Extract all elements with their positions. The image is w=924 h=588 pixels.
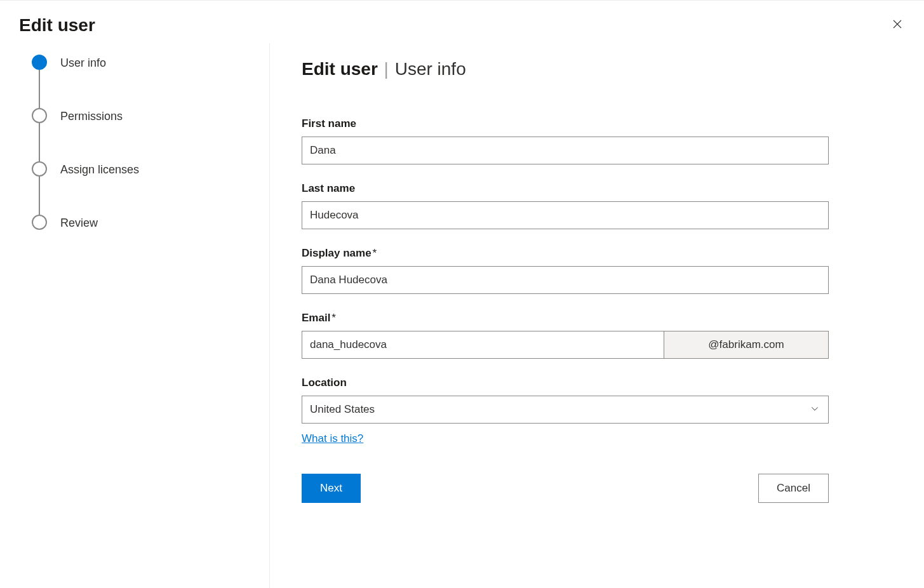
close-button[interactable] [887,13,908,37]
step-label: User info [60,57,106,69]
heading-strong: Edit user [302,59,378,79]
location-select[interactable]: United States [302,396,829,424]
display-name-group: Display name* [302,247,829,294]
main-content: Edit user | User info First name Last na… [270,43,924,588]
wizard-stepper: User infoPermissionsAssign licensesRevie… [0,43,270,588]
step-user-info[interactable]: User info [32,56,269,109]
location-select-wrap: United States [302,396,829,424]
location-value: United States [310,403,375,416]
required-mark: * [331,312,336,324]
email-domain-display: @fabrikam.com [664,331,829,359]
location-help-link[interactable]: What is this? [302,432,363,445]
heading-divider: | [384,59,389,79]
step-circle-icon [32,108,47,123]
step-connector [39,70,40,108]
step-circle-icon [32,161,47,177]
last-name-input[interactable] [302,201,829,229]
required-mark: * [373,247,377,259]
display-name-input[interactable] [302,266,829,294]
panel-title: Edit user [19,15,95,36]
step-assign-licenses[interactable]: Assign licenses [32,163,269,216]
email-group: Email* @fabrikam.com [302,312,829,359]
first-name-input[interactable] [302,137,829,164]
footer-row: Next Cancel [302,474,829,503]
close-icon [892,18,903,32]
next-button[interactable]: Next [302,474,361,503]
step-review[interactable]: Review [32,216,269,230]
step-connector [39,123,40,161]
first-name-label: First name [302,117,829,130]
step-label: Assign licenses [60,163,139,176]
step-circle-icon [32,215,47,230]
last-name-group: Last name [302,182,829,229]
email-label: Email* [302,312,829,324]
panel-body: User infoPermissionsAssign licensesRevie… [0,43,924,588]
page-heading: Edit user | User info [302,59,892,79]
display-name-label: Display name* [302,247,829,260]
last-name-label: Last name [302,182,829,195]
email-row: @fabrikam.com [302,331,829,359]
step-permissions[interactable]: Permissions [32,109,269,163]
edit-user-panel: Edit user User infoPermissionsAssign lic… [0,1,924,588]
step-circle-icon [32,55,47,70]
email-local-input[interactable] [302,331,664,359]
heading-subtitle: User info [395,59,466,79]
location-group: Location United States What is this? [302,377,829,445]
step-label: Permissions [60,110,123,123]
first-name-group: First name [302,117,829,164]
cancel-button[interactable]: Cancel [758,474,829,503]
step-connector [39,177,40,215]
panel-header: Edit user [0,1,924,43]
location-label: Location [302,377,829,389]
step-label: Review [60,217,98,229]
